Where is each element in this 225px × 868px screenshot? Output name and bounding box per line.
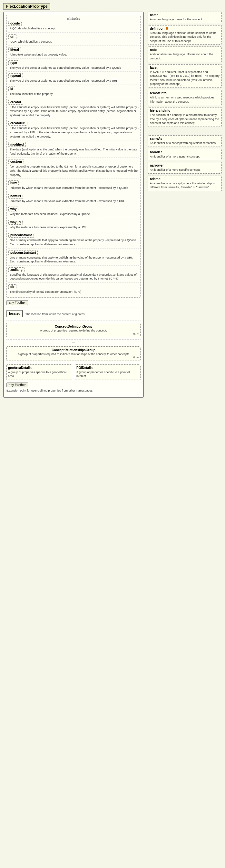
located-row: located The location from which the cont… (6, 310, 141, 319)
ri-sameas-desc: An identifier of a concept with equivale… (150, 141, 220, 145)
ri-def-label: definition (150, 27, 220, 30)
attr-name-id: id (8, 87, 15, 91)
attr-name-modified: modified (8, 142, 26, 147)
concept-rel-mult: 0..∞ (8, 356, 139, 359)
ri-related-label: related (150, 177, 220, 181)
right-item-remoteinfo: remoteInfo A link to an item or a web re… (148, 90, 222, 105)
any-other-bottom: any ##other Extension point for user-def… (6, 382, 141, 393)
concept-rel-box: ConceptRelationshipsGroup A group of pro… (6, 346, 141, 361)
ri-def-text: definition (150, 27, 164, 30)
ri-note-text: note (150, 48, 157, 52)
attr-creator: creator If the attribute is empty, speci… (8, 100, 139, 119)
attr-desc-how: Indicates by which means the value was e… (10, 186, 139, 190)
geo-area-name: geoAreaDetails (8, 366, 71, 370)
attr-desc-why: Why the metadata has been included - exp… (10, 212, 139, 216)
attr-creatoruri: creatoruri If the attribute is empty, sp… (8, 121, 139, 141)
concept-rel-desc: A group of properties required to indica… (8, 352, 139, 356)
ri-name-desc: A natural language name for the concept. (150, 18, 220, 22)
divider3 (6, 339, 141, 340)
attributes-section: attributes qcode A QCode which identifie… (6, 15, 141, 298)
geo-area-desc: A group of properties specific to a geop… (8, 370, 71, 378)
ri-related-text: related (150, 177, 160, 181)
attr-name-pubconstrainturi: pubconstrainturi (8, 250, 38, 255)
ext-desc: Extension point for user-defined propert… (6, 389, 141, 393)
attr-howuri: howuri Indicates by which means the valu… (8, 194, 139, 205)
ri-hierarchyinfo-text: hierarchyInfo (150, 109, 170, 112)
attr-pubconstrainturi: pubconstrainturi One or many constraints… (8, 250, 139, 266)
ri-name-label: name (150, 13, 220, 17)
attr-name-xmllang: xmllang (8, 267, 25, 272)
poi-details-box: POIDetails A group of properties specifi… (75, 365, 141, 380)
main-type-box: attributes qcode A QCode which identifie… (3, 11, 144, 398)
right-item-related: related An identifier of a concept, wher… (148, 176, 222, 191)
concept-def-mult: 0..∞ (8, 332, 139, 335)
any-other-label-bottom: any ##other (6, 382, 28, 388)
attr-desc-pubconstrainturi: One or many constraints that apply to pu… (10, 256, 139, 264)
right-item-narrower: narrower An identifier of a more specifi… (148, 162, 222, 174)
attr-name-typeuri: typeuri (8, 73, 23, 78)
right-item-hierarchyinfo: hierarchyInfo The position of a concept … (148, 107, 222, 127)
attr-desc-pubconstraint: One or many constraints that apply to pu… (10, 238, 139, 246)
left-column: attributes qcode A QCode which identifie… (3, 11, 144, 401)
attr-name-howuri: howuri (8, 194, 23, 198)
right-item-sameas: sameAs An identifier of a concept with e… (148, 135, 222, 147)
ri-broader-text: broader (150, 150, 162, 154)
ri-hierarchyinfo-desc: The position of a concept in a hierarchi… (150, 113, 220, 125)
attr-name-creator: creator (8, 100, 23, 104)
attr-typeuri: typeuri The type of the concept assigned… (8, 73, 139, 85)
concept-rel-row: ConceptRelationshipsGroup A group of pro… (6, 346, 141, 361)
ri-narrower-label: narrower (150, 164, 220, 167)
ri-note-desc: Additional natural language information … (150, 52, 220, 60)
located-name: located (9, 312, 20, 315)
attr-name-whyuri: whyuri (8, 220, 23, 225)
ri-note-label: note (150, 48, 220, 52)
attr-desc-creatoruri: If the attribute is empty, specifies whi… (10, 126, 139, 138)
attr-desc-type: The type of the concept assigned as cont… (10, 66, 139, 70)
divider2 (6, 320, 141, 321)
attr-whyuri: whyuri Why the metadata has been include… (8, 220, 139, 231)
attr-desc-id: The local identifier of the property. (10, 92, 139, 96)
diagram-title: FlexLocationPropType (3, 3, 50, 10)
attr-name-literal: literal (8, 47, 21, 52)
geo-poi-row: geoAreaDetails A group of properties spe… (6, 365, 141, 380)
attr-desc-custom: (corresponding property was added to the… (10, 165, 139, 177)
attr-desc-typeuri: The type of the concept assigned as cont… (10, 79, 139, 83)
right-item-facet: facet In NAR 1.8 and later, facet is dep… (148, 64, 222, 88)
attr-desc-qcode: A QCode which identifies a concept. (10, 27, 139, 31)
attr-desc-creator: If the attribute is empty, specifies whi… (10, 105, 139, 118)
ri-sameas-label: sameAs (150, 137, 220, 141)
attr-desc-whyuri: Why the metadata has been included - exp… (10, 225, 139, 229)
attr-type: type The type of the concept assigned as… (8, 60, 139, 72)
ri-name-text: name (150, 13, 158, 17)
ri-sameas-text: sameAs (150, 137, 162, 141)
ri-related-desc: An identifier of a concept, where the re… (150, 181, 220, 189)
attr-literal: literal A free-text value assigned as pr… (8, 47, 139, 59)
ri-facet-text: facet (150, 66, 157, 69)
diagram-layout: attributes qcode A QCode which identifie… (3, 11, 222, 401)
ri-narrower-desc: An identifier of a more specific concept… (150, 168, 220, 172)
attr-name-dir: dir (8, 284, 16, 289)
ri-hierarchyinfo-label: hierarchyInfo (150, 109, 220, 112)
attr-name-how: how (8, 181, 19, 185)
attr-name-custom: custom (8, 159, 24, 164)
attr-modified: modified The date (and, optionally, the … (8, 142, 139, 157)
right-item-note: note Additional natural language informa… (148, 46, 222, 62)
ri-facet-desc: In NAR 1.8 and later, facet is deprecate… (150, 70, 220, 86)
ri-broader-label: broader (150, 150, 220, 154)
attr-qcode: qcode A QCode which identifies a concept… (8, 21, 139, 33)
attr-dir: dir The directionality of textual conten… (8, 284, 139, 296)
attributes-header: attributes (8, 17, 139, 20)
concept-def-title: ConceptDefinitionGroup (8, 325, 139, 328)
poi-details-desc: A group of properties specific to a poin… (76, 370, 139, 378)
poi-details-name: POIDetails (76, 366, 139, 370)
attr-name-creatoruri: creatoruri (8, 121, 27, 126)
divider4 (6, 363, 141, 363)
concept-def-row: ConceptDefinitionGroup A group of proper… (6, 323, 141, 337)
attr-custom: custom (corresponding property was added… (8, 159, 139, 179)
divider1 (6, 308, 141, 308)
attr-name-qcode: qcode (8, 21, 22, 26)
geo-area-box: geoAreaDetails A group of properties spe… (6, 365, 72, 380)
attr-desc-howuri: Indicates by which means the value was e… (10, 199, 139, 204)
definition-flag-icon (166, 27, 168, 30)
attr-xmllang: xmllang Specifies the language of this p… (8, 267, 139, 283)
